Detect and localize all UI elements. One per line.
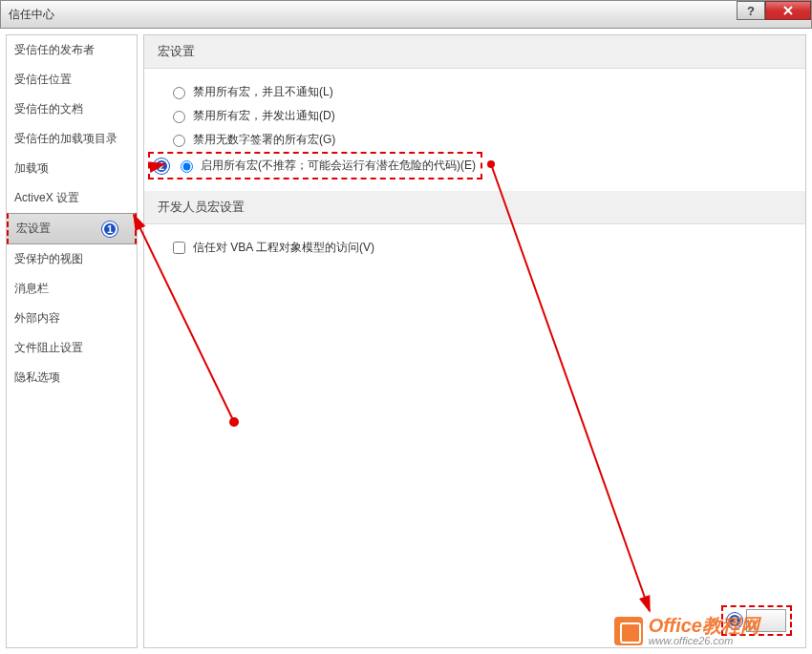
watermark-title: Office教程网 xyxy=(649,616,759,635)
radio-input[interactable] xyxy=(173,135,185,147)
radio-enable-all-label: 启用所有宏(不推荐；可能会运行有潜在危险的代码)(E) xyxy=(201,158,476,174)
annotation-badge-2: 2 xyxy=(154,158,169,174)
sidebar-item-trusted-documents[interactable]: 受信任的文档 xyxy=(7,95,137,124)
watermark: Office教程网 www.office26.com xyxy=(614,616,759,646)
section-dev-macro-header: 开发人员宏设置 xyxy=(144,191,805,224)
section-dev-macro-body: 信任对 VBA 工程对象模型的访问(V) xyxy=(144,224,805,271)
section-macro-settings-body: 禁用所有宏，并且不通知(L) 禁用所有宏，并发出通知(D) 禁用无数字签署的所有… xyxy=(144,69,805,191)
sidebar-item-trusted-publishers[interactable]: 受信任的发布者 xyxy=(7,35,137,65)
radio-input[interactable] xyxy=(173,87,185,99)
sidebar-item-macro-settings[interactable]: 宏设置 1 xyxy=(7,213,137,244)
content-area: 受信任的发布者 受信任位置 受信任的文档 受信任的加载项目录 加载项 Activ… xyxy=(0,29,812,654)
watermark-icon xyxy=(614,617,643,645)
main-panel: 宏设置 禁用所有宏，并且不通知(L) 禁用所有宏，并发出通知(D) 禁用无数字签… xyxy=(143,34,806,648)
checkbox-trust-vba[interactable]: 信任对 VBA 工程对象模型的访问(V) xyxy=(173,236,777,260)
radio-disable-unsigned[interactable]: 禁用无数字签署的所有宏(G) xyxy=(173,128,777,152)
sidebar-item-file-block[interactable]: 文件阻止设置 xyxy=(7,333,137,363)
radio-enable-all[interactable] xyxy=(181,160,193,173)
sidebar-item-activex-settings[interactable]: ActiveX 设置 xyxy=(7,183,137,213)
titlebar: 信任中心 ? xyxy=(0,0,812,29)
window-buttons: ? xyxy=(737,1,811,20)
sidebar-item-external-content[interactable]: 外部内容 xyxy=(7,304,137,333)
sidebar-item-privacy-options[interactable]: 隐私选项 xyxy=(7,363,137,392)
sidebar-item-protected-view[interactable]: 受保护的视图 xyxy=(7,244,137,274)
sidebar-item-message-bar[interactable]: 消息栏 xyxy=(7,274,137,304)
section-macro-settings-header: 宏设置 xyxy=(144,35,805,69)
sidebar-item-addins[interactable]: 加载项 xyxy=(7,154,137,183)
checkbox-input[interactable] xyxy=(173,242,185,254)
sidebar-item-trusted-addin-catalog[interactable]: 受信任的加载项目录 xyxy=(7,124,137,154)
radio-enable-all-highlight: 2 启用所有宏(不推荐；可能会运行有潜在危险的代码)(E) xyxy=(148,152,482,179)
radio-disable-no-notify[interactable]: 禁用所有宏，并且不通知(L) xyxy=(173,80,777,104)
window-title: 信任中心 xyxy=(9,7,54,23)
watermark-url: www.office26.com xyxy=(649,635,759,646)
radio-disable-notify[interactable]: 禁用所有宏，并发出通知(D) xyxy=(173,104,777,128)
close-button[interactable] xyxy=(765,1,811,20)
help-button[interactable]: ? xyxy=(737,1,765,20)
annotation-badge-1: 1 xyxy=(102,222,118,237)
close-icon xyxy=(782,5,794,16)
sidebar: 受信任的发布者 受信任位置 受信任的文档 受信任的加载项目录 加载项 Activ… xyxy=(6,34,138,648)
sidebar-item-trusted-locations[interactable]: 受信任位置 xyxy=(7,65,137,95)
radio-input[interactable] xyxy=(173,111,185,123)
